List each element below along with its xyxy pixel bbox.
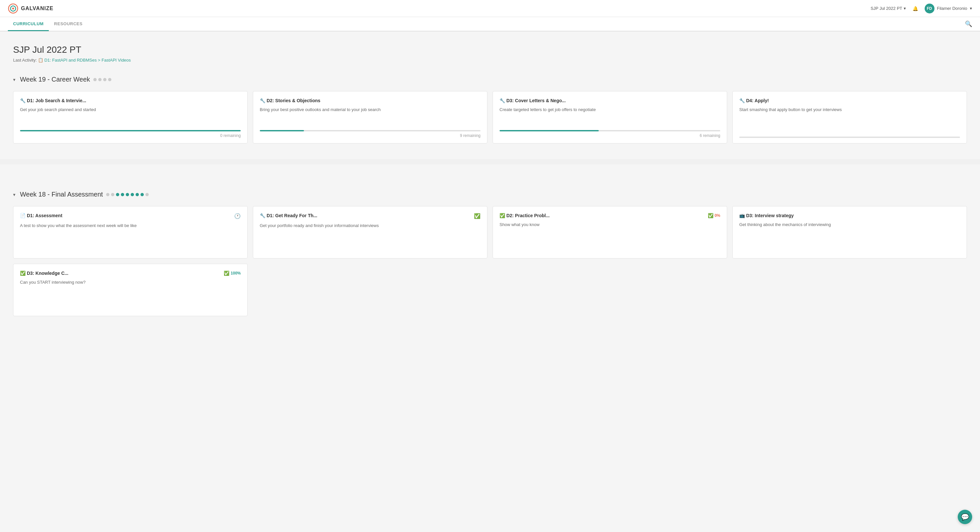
week-19-section: ▾ Week 19 - Career Week 🔧 D1: Job Search… [13,76,967,143]
section-divider [0,159,980,164]
nav-tabs: CURRICULUM RESOURCES [8,18,88,30]
progress-bar [739,137,960,138]
card-desc: Bring your best positive outlooks and ma… [260,107,480,125]
card-w18-d2-practice[interactable]: ✅ D2: Practice Probl... ✅ 0% Show what y… [493,206,727,258]
card-footer [739,137,960,138]
notification-bell-icon[interactable]: 🔔 [913,6,918,11]
logo-text: GALVANIZE [21,6,53,11]
remaining-text: 6 remaining [500,133,720,138]
card-desc: Get thinking about the mechanics of inte… [739,221,960,253]
tab-curriculum[interactable]: CURRICULUM [8,18,49,31]
badge-100-container: ✅ 100% [224,271,241,276]
last-activity: Last Activity: 📋 D1: FastAPI and RDBMSes… [13,58,967,62]
user-chevron-icon: ▾ [970,6,972,11]
progress-fill [260,130,304,131]
header-right: SJP Jul 2022 PT ▾ 🔔 FD Filamer Doronio ▾ [870,3,972,13]
svg-point-2 [12,8,14,10]
cohort-selector[interactable]: SJP Jul 2022 PT ▾ [870,6,906,11]
dot-1 [93,78,97,81]
cohort-chevron-icon: ▾ [904,6,906,11]
card-title: 🔧 D4: Apply! [739,98,769,103]
card-desc: Show what you know [500,221,720,253]
card-title: 🔧 D1: Job Search & Intervie... [20,98,86,103]
card-icon: 📄 [20,213,25,218]
card-icon: 🔧 [500,98,505,103]
card-title: ✅ D3: Knowledge C... [20,271,68,276]
week-18-header[interactable]: ▾ Week 18 - Final Assessment [13,191,967,198]
card-desc: Get your job search planned and started [20,107,241,125]
dot-2 [111,193,114,196]
card-d3-cover-letters[interactable]: 🔧 D3: Cover Letters & Nego... Create tar… [493,91,727,143]
progress-fill [20,130,241,131]
card-title-row: 🔧 D4: Apply! [739,98,960,103]
card-footer: 9 remaining [260,130,480,138]
dot-4 [108,78,111,81]
week-19-header[interactable]: ▾ Week 19 - Career Week [13,76,967,83]
card-desc: Can you START interviewing now? [20,279,241,311]
card-d4-apply[interactable]: 🔧 D4: Apply! Start smashing that apply b… [732,91,967,143]
remaining-text: 9 remaining [260,133,480,138]
card-d1-job-search[interactable]: 🔧 D1: Job Search & Intervie... Get your … [13,91,248,143]
card-icon: 🔧 [260,213,265,218]
card-title-row: 🔧 D3: Cover Letters & Nego... [500,98,720,103]
card-title: 📺 D3: Interview strategy [739,213,794,218]
card-w18-d1-get-ready[interactable]: 🔧 D1: Get Ready For Th... ✅ Get your por… [253,206,487,258]
card-icon: 🔧 [739,98,745,103]
card-title-row: ✅ D2: Practice Probl... ✅ 0% [500,213,720,218]
card-w18-d3-knowledge-check[interactable]: ✅ D3: Knowledge C... ✅ 100% Can you STAR… [13,264,248,316]
week-19-title: Week 19 - Career Week [20,76,90,83]
dot-7 [135,193,139,196]
week-19-cards: 🔧 D1: Job Search & Intervie... Get your … [13,91,967,143]
dot-5 [126,193,129,196]
dot-3 [103,78,107,81]
badge-100-percent: 100% [231,271,241,276]
card-title-row: 🔧 D1: Job Search & Intervie... [20,98,241,103]
card-title-with-badge: ✅ D3: Knowledge C... ✅ 100% [20,271,241,276]
card-icon: ✅ [20,271,25,276]
header-left: GALVANIZE [8,3,53,14]
card-w18-d3-interview-strategy[interactable]: 📺 D3: Interview strategy Get thinking ab… [732,206,967,258]
search-icon[interactable]: 🔍 [965,20,972,27]
card-title: 📄 D1: Assessment [20,213,62,218]
dot-2 [98,78,102,81]
week-19-dots [93,78,111,81]
card-title: 🔧 D3: Cover Letters & Nego... [500,98,566,103]
check-circle-icon: ✅ [708,213,713,218]
week-18-section: ▾ Week 18 - Final Assessment 📄 D1: Asses… [0,178,980,345]
logo[interactable]: GALVANIZE [8,3,53,14]
card-title-row: 📺 D3: Interview strategy [739,213,960,218]
tab-resources[interactable]: RESOURCES [49,18,88,31]
main-nav: CURRICULUM RESOURCES 🔍 [0,17,980,32]
card-footer: 6 remaining [500,130,720,138]
avatar: FD [924,3,934,13]
cohort-label: SJP Jul 2022 PT [870,6,902,11]
main-content: SJP Jul 2022 PT Last Activity: 📋 D1: Fas… [0,32,980,143]
badge-0-container: ✅ 0% [708,213,720,218]
collapse-icon: ▾ [13,77,15,82]
last-activity-link[interactable]: D1: FastAPI and RDBMSes > FastAPI Videos [44,58,131,62]
card-desc: Get your portfolio ready and finish your… [260,223,480,253]
check-badge-icon: ✅ [474,213,480,219]
progress-fill [500,130,599,131]
user-info[interactable]: FD Filamer Doronio ▾ [924,3,972,13]
card-icon: 🔧 [20,98,25,103]
week-18-dots [106,193,149,196]
dot-3 [116,193,119,196]
dot-4 [121,193,124,196]
card-title-with-badge: ✅ D2: Practice Probl... ✅ 0% [500,213,720,218]
card-title: 🔧 D2: Stories & Objections [260,98,320,103]
week-18-title: Week 18 - Final Assessment [20,191,103,198]
card-footer: 0 remaining [20,130,241,138]
card-d2-stories[interactable]: 🔧 D2: Stories & Objections Bring your be… [253,91,487,143]
card-title-row: 📄 D1: Assessment 🕐 [20,213,241,219]
card-title: 🔧 D1: Get Ready For Th... [260,213,317,218]
app-header: GALVANIZE SJP Jul 2022 PT ▾ 🔔 FD Filamer… [0,0,980,17]
progress-bar [20,130,241,131]
week-18-cards: 📄 D1: Assessment 🕐 A test to show you wh… [13,206,967,316]
card-title-row: ✅ D3: Knowledge C... ✅ 100% [20,271,241,276]
card-w18-d1-assessment[interactable]: 📄 D1: Assessment 🕐 A test to show you wh… [13,206,248,258]
card-desc: Create targeted letters to get job offer… [500,107,720,125]
page-title: SJP Jul 2022 PT [13,45,967,55]
remaining-text: 0 remaining [20,133,241,138]
card-desc: Start smashing that apply button to get … [739,107,960,131]
